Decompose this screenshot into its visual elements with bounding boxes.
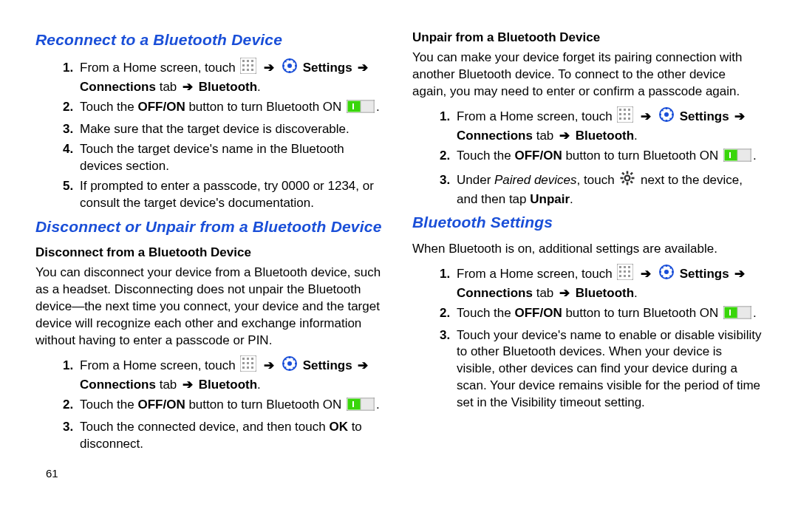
text-bold: Settings <box>680 109 733 123</box>
text-bold: Bluetooth <box>576 286 634 300</box>
text-italic: Paired devices <box>494 173 577 187</box>
settings-gear-icon <box>282 58 298 79</box>
heading-bt-settings: Bluetooth Settings <box>412 212 763 233</box>
step: Touch your device's name to enable or di… <box>454 327 763 412</box>
text-bold: Bluetooth <box>199 378 257 392</box>
text: . <box>257 378 261 392</box>
text: Touch the <box>457 149 514 163</box>
text-bold: OFF/ON <box>514 149 562 163</box>
text-bold: Connections <box>457 286 533 300</box>
step: Touch the connected device, and then tou… <box>77 419 386 453</box>
text: From a Home screen, touch <box>457 109 615 123</box>
step: Make sure that the target device is disc… <box>77 121 386 138</box>
apps-grid-icon <box>617 264 633 285</box>
text: Touch the <box>80 398 137 412</box>
text-bold: OFF/ON <box>137 100 185 114</box>
text-bold: Bluetooth <box>576 129 634 143</box>
text-bold: Settings <box>680 267 733 281</box>
text: . <box>257 80 261 94</box>
apps-grid-icon <box>617 106 633 128</box>
arrow-icon: ➔ <box>358 358 368 372</box>
heading-disconnect-unpair: Disconnect or Unpair from a Bluetooth De… <box>35 216 386 237</box>
text: Touch the <box>80 100 137 114</box>
text-bold: Connections <box>457 129 533 143</box>
text: , touch <box>577 173 618 187</box>
step: Touch the target device's name in the Bl… <box>77 141 386 175</box>
step: If prompted to enter a passcode, try 000… <box>77 178 386 212</box>
step: From a Home screen, touch ➔ Settings ➔ C… <box>454 264 763 302</box>
text: From a Home screen, touch <box>80 358 239 372</box>
step: From a Home screen, touch ➔ Settings ➔ C… <box>77 355 386 394</box>
toggle-on-icon <box>347 398 375 416</box>
text: tab <box>160 80 180 94</box>
step: Touch the OFF/ON button to turn Bluetoot… <box>77 397 386 416</box>
subheading-disconnect: Disconnect from a Bluetooth Device <box>35 245 386 262</box>
steps-reconnect: From a Home screen, touch ➔ Settings ➔ C… <box>35 58 386 212</box>
arrow-icon: ➔ <box>559 129 570 143</box>
heading-reconnect: Reconnect to a Bluetooth Device <box>35 30 386 50</box>
arrow-icon: ➔ <box>559 286 570 300</box>
text-bold: Connections <box>80 80 156 94</box>
text: button to turn Bluetooth ON <box>562 306 722 320</box>
steps-disconnect: From a Home screen, touch ➔ Settings ➔ C… <box>35 355 386 453</box>
step: Touch the OFF/ON button to turn Bluetoot… <box>454 148 763 167</box>
arrow-icon: ➔ <box>641 109 651 123</box>
arrow-icon: ➔ <box>641 267 651 281</box>
step: From a Home screen, touch ➔ Settings ➔ C… <box>77 58 386 96</box>
text: Touch the connected device, and then tou… <box>80 420 329 434</box>
gear-solid-icon <box>619 170 635 191</box>
text: tab <box>536 286 557 300</box>
text: button to turn Bluetooth ON <box>185 100 345 114</box>
text-bold: Connections <box>80 378 156 392</box>
right-column: Unpair from a Bluetooth Device You can m… <box>412 27 763 481</box>
text: . <box>376 398 380 412</box>
text-bold: Bluetooth <box>199 80 257 94</box>
text: Touch the <box>457 306 514 320</box>
text: From a Home screen, touch <box>80 61 239 75</box>
text: . <box>753 149 757 163</box>
text: . <box>376 100 380 114</box>
subheading-unpair: Unpair from a Bluetooth Device <box>412 30 763 47</box>
settings-gear-icon <box>282 355 298 377</box>
text-bold: Unpair <box>530 192 570 206</box>
text: . <box>634 286 638 300</box>
apps-grid-icon <box>240 355 256 377</box>
steps-bt-settings: From a Home screen, touch ➔ Settings ➔ C… <box>412 264 763 412</box>
text: . <box>634 129 638 143</box>
paragraph: You can disconnect your device from a Bl… <box>35 265 386 349</box>
page-number: 61 <box>46 466 386 481</box>
left-column: Reconnect to a Bluetooth Device From a H… <box>35 27 386 481</box>
text-bold: OFF/ON <box>514 306 562 320</box>
text: button to turn Bluetooth ON <box>185 398 345 412</box>
text-bold: OFF/ON <box>137 398 185 412</box>
paragraph: When Bluetooth is on, additional setting… <box>412 241 763 258</box>
text: tab <box>536 129 557 143</box>
step: Touch the OFF/ON button to turn Bluetoot… <box>77 99 386 118</box>
text: From a Home screen, touch <box>457 267 615 281</box>
arrow-icon: ➔ <box>734 267 745 281</box>
text: tab <box>160 378 180 392</box>
step: From a Home screen, touch ➔ Settings ➔ C… <box>454 106 763 145</box>
arrow-icon: ➔ <box>734 109 745 123</box>
arrow-icon: ➔ <box>183 378 193 392</box>
text: . <box>753 306 757 320</box>
settings-gear-icon <box>658 264 675 285</box>
toggle-on-icon <box>347 100 375 118</box>
arrow-icon: ➔ <box>264 358 274 372</box>
settings-gear-icon <box>658 106 675 128</box>
text-bold: Settings <box>303 358 356 372</box>
apps-grid-icon <box>240 58 256 79</box>
text: button to turn Bluetooth ON <box>562 149 722 163</box>
text: Under <box>457 173 494 187</box>
steps-unpair: From a Home screen, touch ➔ Settings ➔ C… <box>412 106 763 208</box>
toggle-on-icon <box>723 149 751 167</box>
text: . <box>570 192 573 206</box>
text-bold: Settings <box>303 61 356 75</box>
step: Under Paired devices, touch next to the … <box>454 170 763 208</box>
toggle-on-icon <box>723 306 751 324</box>
manual-page: Reconnect to a Bluetooth Device From a H… <box>0 0 798 496</box>
arrow-icon: ➔ <box>264 61 274 75</box>
text-bold: OK <box>329 420 348 434</box>
arrow-icon: ➔ <box>183 80 193 94</box>
step: Touch the OFF/ON button to turn Bluetoot… <box>454 305 763 324</box>
